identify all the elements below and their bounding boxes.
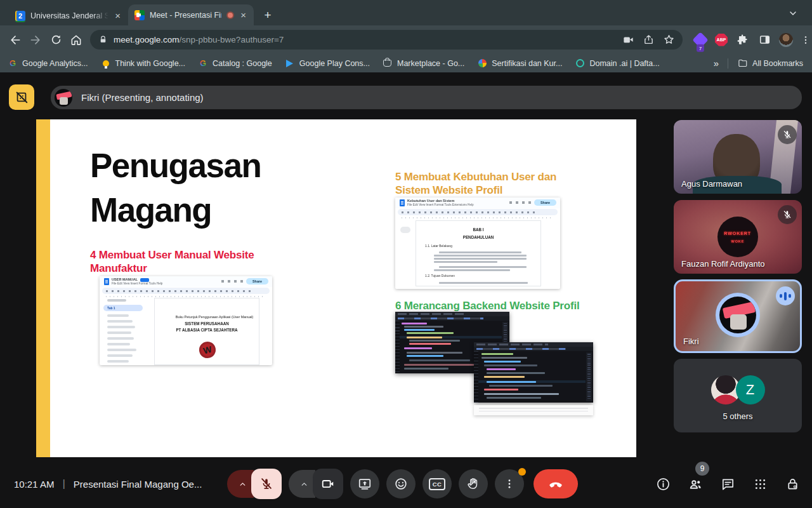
- bookmarks-right: » All Bookmarks: [714, 54, 803, 72]
- slide-task4-heading: 4 Membuat User Manual Website Manufaktur: [90, 248, 254, 275]
- participant-tile-fikri[interactable]: Fikri: [674, 279, 802, 353]
- mic-muted-icon: [778, 125, 797, 144]
- calendar-2-favicon-icon: 2: [15, 11, 25, 21]
- browser-menu-kebab-icon[interactable]: [800, 30, 811, 50]
- side-panel-icon[interactable]: [757, 30, 772, 50]
- tab-title: Universitas Jenderal Soedirma: [30, 11, 108, 20]
- camera-in-use-icon[interactable]: [622, 34, 634, 46]
- doc-title: Kebutuhan User dan Sistem: [407, 199, 454, 203]
- audio-speaking-indicator-icon: [776, 286, 795, 305]
- camera-options-chevron[interactable]: [289, 470, 315, 498]
- participant-tile-others[interactable]: Z 5 others: [674, 359, 802, 432]
- presenter-banner[interactable]: Fikri (Presenting, annotating): [51, 86, 802, 109]
- participant-avatar-letter: Z: [736, 375, 765, 404]
- presented-slide: Penugasan Magang 4 Membuat User Manual W…: [36, 119, 636, 457]
- bookmarks-overflow-chevron[interactable]: »: [714, 58, 719, 69]
- doc-share-button: Share: [534, 199, 556, 206]
- bookmark-item[interactable]: GCatalog : Google: [198, 58, 272, 69]
- divider: [728, 58, 728, 69]
- leave-call-button[interactable]: [534, 469, 578, 498]
- participant-name: Fauzan Rofif Ardiyanto: [681, 259, 765, 269]
- password-extension-icon[interactable]: 7: [693, 32, 708, 48]
- cloud-multicolor-icon: [477, 58, 487, 69]
- captions-button[interactable]: CC: [422, 469, 452, 498]
- docs-screenshot-kebutuhan: Kebutuhan User dan Sistem File Edit View…: [395, 197, 560, 289]
- host-controls-lock-button[interactable]: [784, 476, 801, 492]
- slide-title: Penugasan Magang: [90, 144, 261, 232]
- recording-indicator-icon: [226, 11, 234, 19]
- close-tab-icon[interactable]: ×: [114, 10, 122, 22]
- bookmark-item[interactable]: GGoogle Analytics...: [8, 58, 88, 69]
- meeting-details-info-button[interactable]: [655, 476, 671, 492]
- doc-title: USER MANUAL: [112, 277, 138, 281]
- present-screen-button[interactable]: [350, 469, 379, 498]
- all-bookmarks-button[interactable]: All Bookmarks: [737, 58, 803, 68]
- google-g-icon: G: [8, 58, 18, 69]
- back-button[interactable]: [5, 30, 25, 50]
- bookmark-item[interactable]: Marketplace - Go...: [383, 58, 464, 69]
- raise-hand-button[interactable]: [459, 469, 488, 498]
- close-tab-icon[interactable]: ×: [239, 9, 247, 21]
- bookmark-item[interactable]: Sertifikasi dan Kur...: [477, 58, 562, 69]
- cc-icon: CC: [429, 478, 445, 490]
- others-count-label: 5 others: [674, 411, 802, 421]
- presenter-avatar: [55, 89, 72, 107]
- bookmark-item[interactable]: Think with Google...: [101, 58, 185, 69]
- participant-tile-fauzan[interactable]: RWOKERT WOKE Fauzan Rofif Ardiyanto: [674, 200, 802, 274]
- chat-panel-button[interactable]: [719, 476, 736, 492]
- mic-control-group: [227, 469, 282, 499]
- code-screenshot-footer-strip: [474, 405, 593, 415]
- activities-grid-button[interactable]: [752, 476, 768, 492]
- annotation-tool-button[interactable]: [9, 84, 34, 110]
- participant-avatar: RWOKERT WOKE: [717, 217, 758, 257]
- doc-menu: File Edit View Insert Format Tools Help: [112, 282, 162, 285]
- teal-ring-icon: [575, 58, 585, 69]
- presenter-banner-text: Fikri (Presenting, annotating): [81, 92, 204, 103]
- url-text: meet.google.com/snp-pbbu-bwe?authuser=7: [114, 35, 284, 44]
- tab-meet[interactable]: Meet - Presentasi Final Ma ×: [128, 4, 254, 25]
- reload-button[interactable]: [46, 30, 66, 50]
- bookmark-item[interactable]: Domain .ai | Dafta...: [575, 58, 659, 69]
- meeting-title: Presentasi Final Magang Oe...: [74, 479, 202, 490]
- tab-search-chevron-icon[interactable]: [788, 8, 798, 18]
- browser-tab-strip: 2 Universitas Jenderal Soedirma × Meet -…: [0, 0, 812, 25]
- more-options-button[interactable]: [495, 469, 524, 498]
- reactions-emoji-button[interactable]: [386, 469, 416, 498]
- clock-time: 10:21 AM: [14, 479, 54, 490]
- address-bar[interactable]: meet.google.com/snp-pbbu-bwe?authuser=7: [90, 30, 683, 50]
- adblock-plus-icon[interactable]: ABP: [715, 34, 728, 46]
- participant-tile-agus[interactable]: Agus Darmawan: [674, 120, 802, 194]
- extensions-puzzle-icon[interactable]: [735, 30, 750, 50]
- home-button[interactable]: [66, 30, 86, 50]
- code-screenshot-2: [474, 342, 593, 403]
- doc-share-button: Share: [246, 278, 268, 284]
- bag-icon: [383, 58, 393, 69]
- docs-screenshot-user-manual: USER MANUAL File Edit View Insert Format…: [100, 276, 272, 365]
- share-page-icon[interactable]: [643, 34, 654, 46]
- slide-accent-stripe: [36, 119, 50, 457]
- participant-name: Fikri: [683, 337, 699, 346]
- participant-name: Agus Darmawan: [681, 179, 742, 189]
- folder-icon: [737, 58, 748, 68]
- people-panel-button[interactable]: 9: [687, 476, 704, 492]
- tab-title: Meet - Presentasi Final Ma: [150, 11, 221, 20]
- bookmark-item[interactable]: Google Play Cons...: [285, 58, 370, 69]
- docs-icon: [104, 278, 109, 285]
- doc-menu: File Edit View Insert Format Tools Exten…: [407, 203, 474, 206]
- secure-lock-icon: [99, 35, 107, 44]
- camera-on-button[interactable]: [313, 469, 343, 499]
- meet-control-bar: 10:21 AM | Presentasi Final Magang Oe...: [0, 460, 812, 508]
- profile-avatar[interactable]: [779, 33, 793, 47]
- tab-universitas[interactable]: 2 Universitas Jenderal Soedirma ×: [9, 6, 128, 25]
- bookmark-star-icon[interactable]: [663, 34, 675, 46]
- slide-task5-heading: 5 Membuat Kebutuhan User dan Sistem Webs…: [395, 170, 556, 197]
- extensions-row: 7 ABP: [693, 30, 811, 50]
- new-tab-button[interactable]: +: [260, 8, 275, 23]
- mic-options-chevron[interactable]: [227, 470, 254, 498]
- camera-control-group: [289, 469, 343, 499]
- mic-muted-icon: [778, 205, 797, 224]
- forward-button[interactable]: [25, 30, 46, 50]
- doc-outline-sidebar: Tab 1: [103, 299, 143, 363]
- mic-muted-button[interactable]: [251, 469, 282, 499]
- participant-count-badge: 9: [695, 462, 709, 476]
